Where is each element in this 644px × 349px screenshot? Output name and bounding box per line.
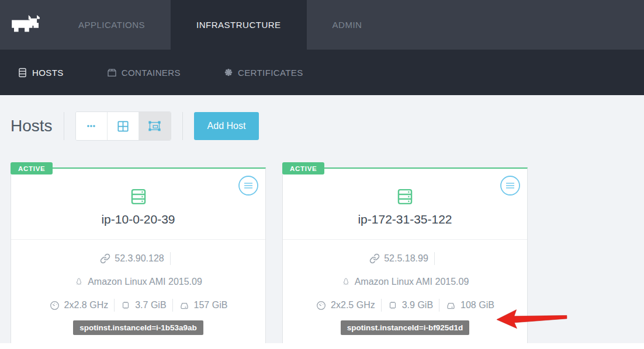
disk-icon bbox=[179, 300, 190, 311]
host-os: Amazon Linux AMI 2015.09 bbox=[355, 277, 469, 287]
disk-icon bbox=[445, 300, 456, 311]
add-host-button[interactable]: Add Host bbox=[194, 112, 259, 140]
divider bbox=[439, 299, 439, 312]
page-title: Hosts bbox=[11, 117, 53, 135]
host-menu-button[interactable] bbox=[238, 175, 259, 196]
host-disk: 157 GiB bbox=[194, 300, 228, 310]
host-card: ACTIVE bbox=[11, 167, 266, 349]
tab-infrastructure[interactable]: INFRASTRUCTURE bbox=[171, 0, 307, 50]
divider bbox=[182, 112, 183, 140]
cpu-speed-gauge-icon bbox=[49, 300, 60, 311]
rancher-logo[interactable] bbox=[0, 0, 53, 50]
memory-chip-icon bbox=[387, 300, 398, 310]
tab-applications-label: APPLICATIONS bbox=[78, 20, 145, 30]
host-specs-row: 2x2.5 GHz 3.9 GiB bbox=[289, 294, 521, 317]
tab-applications[interactable]: APPLICATIONS bbox=[53, 0, 171, 50]
divider bbox=[381, 299, 382, 312]
linux-icon bbox=[74, 277, 84, 287]
divider bbox=[172, 299, 173, 312]
host-label-row: spotinst.instanceId=i-1b53a9ab bbox=[17, 317, 259, 337]
host-memory: 3.7 GiB bbox=[135, 300, 166, 310]
host-label-badge: spotinst.instanceId=i-bf925d1d bbox=[341, 320, 469, 335]
host-ip: 52.3.90.128 bbox=[115, 253, 164, 264]
host-ip-row: 52.5.18.99 bbox=[289, 247, 521, 270]
list-view-button[interactable] bbox=[76, 112, 108, 140]
host-name[interactable]: ip-172-31-35-122 bbox=[289, 212, 521, 226]
subnav-hosts-label: HOSTS bbox=[32, 68, 64, 78]
hosts-icon bbox=[18, 68, 27, 78]
host-ip: 52.5.18.99 bbox=[384, 253, 428, 264]
host-memory: 3.9 GiB bbox=[402, 300, 433, 310]
host-details: 52.3.90.128 Amazon Linux AMI 2015.09 bbox=[11, 240, 265, 337]
cpu-speed-gauge-icon bbox=[316, 300, 327, 311]
top-navbar: APPLICATIONS INFRASTRUCTURE ADMIN bbox=[0, 0, 644, 50]
list-view-icon bbox=[85, 120, 97, 132]
host-details: 52.5.18.99 Amazon Linux AMI 2015.09 bbox=[283, 240, 527, 337]
divider bbox=[64, 112, 64, 140]
certificates-icon bbox=[224, 68, 233, 77]
grid-view-button[interactable] bbox=[108, 112, 139, 140]
host-os: Amazon Linux AMI 2015.09 bbox=[88, 277, 202, 287]
linux-icon bbox=[341, 277, 351, 287]
containers-icon bbox=[107, 68, 117, 78]
grid-view-icon bbox=[117, 120, 129, 132]
status-badge: ACTIVE bbox=[11, 162, 53, 175]
hamburger-menu-icon bbox=[500, 175, 521, 196]
server-icon bbox=[395, 187, 415, 207]
host-label-row: spotinst.instanceId=i-bf925d1d bbox=[289, 317, 521, 337]
view-toggle-group bbox=[75, 111, 171, 141]
link-icon bbox=[369, 253, 380, 264]
memory-chip-icon bbox=[120, 300, 131, 310]
host-menu-button[interactable] bbox=[500, 175, 521, 196]
subnav-certificates-label: CERTIFICATES bbox=[238, 68, 303, 78]
host-label-badge: spotinst.instanceId=i-1b53a9ab bbox=[73, 320, 203, 335]
link-icon bbox=[100, 253, 110, 264]
host-specs-row: 2x2.8 GHz 3.7 GiB bbox=[17, 294, 259, 317]
machine-view-button[interactable] bbox=[139, 112, 171, 140]
host-card-header: ip-10-0-20-39 bbox=[11, 169, 265, 239]
machine-view-icon bbox=[148, 120, 161, 132]
host-os-row: Amazon Linux AMI 2015.09 bbox=[17, 270, 259, 294]
page-header: Hosts bbox=[11, 111, 644, 141]
red-annotation-arrow bbox=[495, 308, 569, 333]
host-card: ACTIVE bbox=[282, 167, 528, 349]
tab-infrastructure-label: INFRASTRUCTURE bbox=[196, 20, 281, 30]
rancher-cow-icon bbox=[9, 13, 43, 37]
host-cpu: 2x2.8 GHz bbox=[64, 300, 109, 310]
divider bbox=[170, 252, 171, 265]
subnav-item-certificates[interactable]: CERTIFICATES bbox=[224, 68, 303, 78]
infrastructure-subnav: HOSTS CONTAINERS CERTIFICATES bbox=[0, 50, 644, 95]
divider bbox=[114, 299, 115, 312]
hamburger-menu-icon bbox=[238, 175, 259, 196]
status-badge: ACTIVE bbox=[282, 162, 324, 175]
host-disk: 108 GiB bbox=[461, 300, 494, 310]
host-cpu: 2x2.5 GHz bbox=[331, 300, 375, 310]
server-icon bbox=[129, 187, 148, 207]
subnav-containers-label: CONTAINERS bbox=[122, 68, 181, 78]
tab-admin-label: ADMIN bbox=[333, 20, 362, 30]
host-ip-row: 52.3.90.128 bbox=[17, 247, 259, 270]
subnav-item-containers[interactable]: CONTAINERS bbox=[107, 68, 181, 78]
host-os-row: Amazon Linux AMI 2015.09 bbox=[289, 270, 521, 294]
subnav-item-hosts[interactable]: HOSTS bbox=[18, 68, 64, 78]
tab-admin[interactable]: ADMIN bbox=[307, 0, 388, 50]
divider bbox=[434, 252, 435, 265]
host-card-header: ip-172-31-35-122 bbox=[283, 169, 527, 239]
screenshot-bottom-margin bbox=[0, 343, 644, 349]
host-name[interactable]: ip-10-0-20-39 bbox=[17, 212, 259, 226]
